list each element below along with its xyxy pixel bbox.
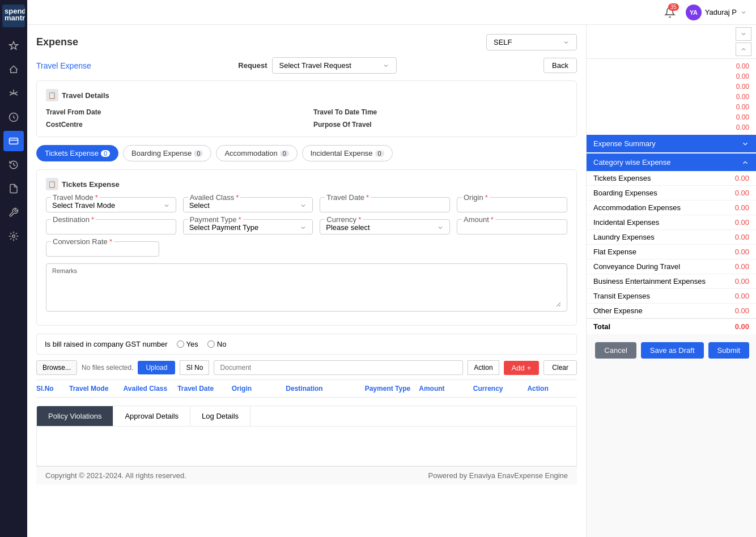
svg-text:mantra: mantra [5,14,25,22]
home-icon[interactable] [3,59,24,80]
approval-details-tab[interactable]: Approval Details [113,406,190,426]
bottom-tabs: Policy Violations Approval Details Log D… [36,406,577,427]
summary-item-business-entertainment: Business Entertainment Expenses 0.00 [587,274,756,289]
request-select[interactable]: Select Travel Request [272,57,397,74]
summary-total-row: Total 0.00 [587,318,756,334]
collapse-up-button[interactable] [736,42,751,56]
pin-icon[interactable] [3,36,24,56]
travel-mode-select[interactable]: Select Travel Mode [52,201,170,210]
th-destination: Destination [286,385,360,393]
chevron-down-icon [740,9,747,16]
section-icon: 📋 [46,89,58,101]
amount-input[interactable] [463,224,561,232]
boarding-expense-tab[interactable]: Boarding Expense 0 [123,145,211,161]
collapse-buttons [587,25,756,59]
notification-button[interactable]: 35 [661,3,679,22]
th-origin: Origin [232,385,282,393]
history-icon[interactable] [3,155,24,175]
th-action: Action [527,385,577,393]
back-button[interactable]: Back [543,58,577,73]
form-row-2: Destination * Payment Type * Select Paym… [46,219,567,235]
expense-summary-header[interactable]: Expense Summary [587,135,756,152]
payment-type-group: Payment Type * Select Payment Type [183,219,313,235]
payment-type-chevron [300,224,307,231]
remarks-label: Remarks [52,267,561,274]
request-label: Request [238,61,267,70]
summary-item-tickets: Tickets Expenses 0.00 [587,171,756,186]
payment-type-select[interactable]: Select Payment Type [189,223,307,232]
destination-group: Destination * [46,219,176,235]
topbar: 35 YA Yaduraj P [27,0,756,25]
accommodation-tab[interactable]: Accommodation 0 [216,145,297,161]
user-name-label: Yaduraj P [705,8,737,16]
conversion-rate-input[interactable] [52,246,153,254]
side-values: 0.00 0.00 0.00 0.00 0.00 0.00 0.00 [587,59,756,135]
tools-icon[interactable] [3,202,24,223]
travel-expense-tab[interactable]: Travel Expense [36,61,91,70]
log-details-tab[interactable]: Log Details [190,406,250,426]
cancel-button[interactable]: Cancel [595,342,636,359]
bottom-section: Policy Violations Approval Details Log D… [36,406,577,466]
action-buttons: Cancel Save as Draft Submit [587,334,756,366]
origin-group: Origin * [457,197,567,212]
gst-no-radio[interactable]: No [207,340,227,348]
page-header: Expense SELF [36,34,577,50]
action-label: Action [468,360,499,375]
category-wise-expense-header[interactable]: Category wise Expense [587,154,756,171]
trip-icon[interactable] [3,107,24,127]
availed-class-group: Availed Class * Select [183,197,313,212]
copyright-text: Copyright © 2021-2024. All rights reserv… [45,471,186,480]
availed-class-select[interactable]: Select [189,201,307,210]
incidental-expense-tab[interactable]: Incidental Expense 0 [302,145,393,161]
cost-centre-label: CostCentre [46,121,300,129]
destination-input[interactable] [52,224,170,232]
user-menu[interactable]: YA Yaduraj P [686,5,747,20]
summary-item-transit: Transit Expenses 0.00 [587,289,756,304]
travel-from-date-label: Travel From Date [46,108,300,116]
self-chevron-icon [563,39,570,46]
document-input[interactable] [214,360,463,375]
settings-icon[interactable] [3,226,24,246]
th-payment-type: Payment Type [365,385,415,393]
purpose-label: Purpose Of Travel [313,121,567,129]
tickets-expense-tab[interactable]: Tickets Expense 0 [36,145,118,161]
remarks-group: Remarks [46,263,567,312]
browse-button[interactable]: Browse... [36,360,77,375]
powered-by-text: Powered by Enaviya EnavExpense Engine [428,471,568,480]
travel-mode-chevron [163,202,170,209]
gst-question: Is bill raised in company GST number [45,340,168,348]
travel-details-grid: Travel From Date Travel To Date Time Cos… [46,108,567,129]
travel-details-section: 📋 Travel Details Travel From Date Travel… [36,80,577,137]
policy-violations-tab[interactable]: Policy Violations [37,406,113,426]
remarks-textarea[interactable] [52,276,561,307]
chevron-up-icon [740,46,747,53]
request-chevron-icon [383,62,389,69]
th-amount: Amount [419,385,469,393]
sidebar: spend mantra [0,0,27,537]
flight-icon[interactable] [3,83,24,104]
file-upload-row: Browse... No files selected. Upload SI N… [36,360,577,375]
reports-icon[interactable] [3,178,24,199]
collapse-down-button[interactable] [736,27,751,41]
currency-select[interactable]: Please select [326,223,444,232]
clear-button[interactable]: Clear [543,360,577,375]
svg-point-5 [12,235,15,238]
table-header-row: Sl.No Travel Mode Availed Class Travel D… [36,380,577,398]
expense-icon[interactable] [3,131,24,151]
summary-item-incidental: Incidental Expenses 0.00 [587,215,756,230]
notification-badge: 35 [668,3,679,11]
add-button[interactable]: Add + [504,361,540,375]
main-form-panel: Expense SELF Travel Expense Request Sele… [27,25,586,537]
upload-button[interactable]: Upload [138,361,175,374]
th-travel-date: Travel Date [177,385,227,393]
remarks-section: Remarks [46,263,567,312]
svg-rect-4 [10,138,18,144]
save-draft-button[interactable]: Save as Draft [641,342,704,359]
travel-date-input[interactable] [326,202,444,210]
footer: Copyright © 2021-2024. All rights reserv… [36,466,577,484]
gst-yes-radio[interactable]: Yes [177,340,198,348]
origin-input[interactable] [463,202,561,210]
form-tabs-row: Travel Expense Request Select Travel Req… [36,57,577,74]
submit-button[interactable]: Submit [708,342,749,359]
self-dropdown[interactable]: SELF [486,34,577,50]
